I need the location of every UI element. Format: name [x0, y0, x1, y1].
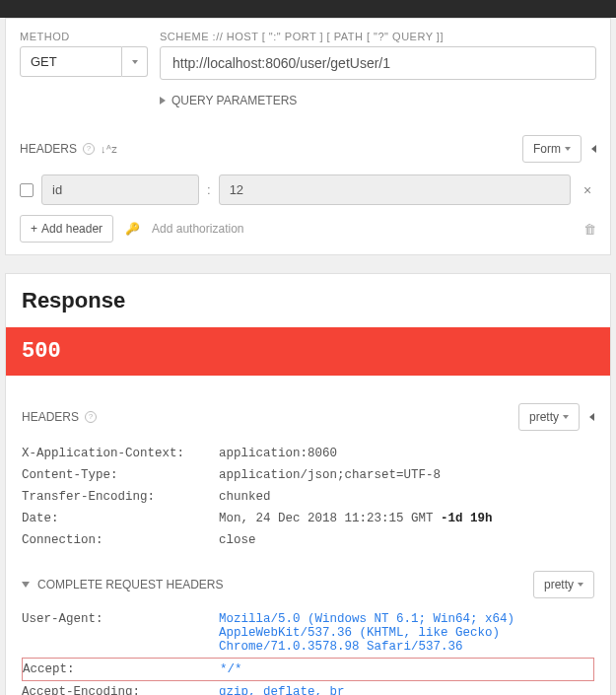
header-value: gzip, deflate, br	[219, 685, 594, 695]
help-icon[interactable]: ?	[85, 411, 97, 423]
header-key: Accept-Encoding:	[22, 685, 219, 695]
header-value: chunked	[219, 490, 594, 504]
colon: :	[207, 182, 211, 197]
header-row: Transfer-Encoding:chunked	[22, 486, 594, 508]
complete-request-headers-toggle[interactable]: COMPLETE REQUEST HEADERS	[22, 578, 223, 591]
request-headers-format-label: pretty	[544, 578, 574, 591]
add-auth-button[interactable]: Add authorization	[152, 222, 243, 236]
header-value: application/json;charset=UTF-8	[219, 468, 594, 482]
plus-icon: +	[31, 222, 37, 236]
method-dropdown-toggle[interactable]	[122, 46, 148, 77]
query-params-toggle[interactable]: QUERY PARAMETERS	[160, 94, 596, 107]
window-topbar	[0, 0, 616, 18]
method-value: GET	[20, 46, 122, 77]
method-label: METHOD	[20, 31, 148, 42]
headers-format-button[interactable]: Form	[522, 135, 582, 163]
status-code: 500	[6, 327, 610, 376]
header-row: Connection:close	[22, 529, 594, 551]
header-key: Connection:	[22, 533, 219, 547]
chevron-right-icon	[160, 97, 166, 104]
chevron-down-icon	[565, 147, 571, 151]
response-headers-table: X-Application-Context:application:8060Co…	[22, 443, 594, 551]
key-icon: 🔑	[125, 222, 140, 236]
header-key: X-Application-Context:	[22, 447, 219, 460]
sort-icon[interactable]: ↓ᴬᴢ	[101, 143, 117, 156]
header-row: Accept:*/*	[22, 658, 594, 681]
collapse-icon[interactable]	[589, 413, 594, 421]
header-row: Date:Mon, 24 Dec 2018 11:23:15 GMT -1d 1…	[22, 508, 594, 529]
header-value: application:8060	[219, 447, 594, 460]
chevron-down-icon	[578, 583, 583, 587]
header-key: Date:	[22, 512, 219, 525]
header-row: Accept-Encoding:gzip, deflate, br	[22, 681, 594, 695]
header-checkbox[interactable]	[20, 183, 34, 197]
response-format-button[interactable]: pretty	[518, 403, 580, 431]
header-key: Accept:	[23, 662, 220, 676]
header-value: */*	[220, 662, 593, 676]
collapse-icon[interactable]	[591, 145, 596, 153]
query-params-label: QUERY PARAMETERS	[171, 94, 297, 107]
headers-format-label: Form	[533, 142, 561, 156]
header-value: Mozilla/5.0 (Windows NT 6.1; Win64; x64)…	[219, 612, 594, 654]
request-headers-format-button[interactable]: pretty	[533, 571, 594, 598]
chevron-down-icon	[132, 60, 138, 64]
chevron-down-icon	[563, 415, 569, 419]
url-label: SCHEME :// HOST [ ":" PORT ] [ PATH [ "?…	[160, 31, 596, 42]
headers-label: HEADERS	[20, 142, 77, 156]
add-header-button[interactable]: + Add header	[20, 215, 113, 243]
complete-request-headers-label: COMPLETE REQUEST HEADERS	[37, 578, 223, 591]
header-row: X-Application-Context:application:8060	[22, 443, 594, 464]
url-input[interactable]	[160, 46, 596, 80]
request-panel: METHOD GET SCHEME :// HOST [ ":" PORT ] …	[5, 18, 611, 255]
header-row: id : 12 ×	[20, 174, 596, 205]
header-row: User-Agent:Mozilla/5.0 (Windows NT 6.1; …	[22, 608, 594, 658]
add-header-label: Add header	[41, 222, 103, 236]
response-headers-label: HEADERS	[22, 410, 79, 424]
method-select[interactable]: GET	[20, 46, 148, 77]
help-icon[interactable]: ?	[83, 143, 95, 155]
header-row: Content-Type:application/json;charset=UT…	[22, 464, 594, 486]
header-key: Transfer-Encoding:	[22, 490, 219, 504]
header-value: close	[219, 533, 594, 547]
header-value: Mon, 24 Dec 2018 11:23:15 GMT -1d 19h	[219, 512, 594, 525]
header-key: Content-Type:	[22, 468, 219, 482]
remove-header-icon[interactable]: ×	[579, 182, 596, 198]
response-panel: Response 500 HEADERS ? pretty X-Applicat…	[5, 273, 611, 695]
header-key: User-Agent:	[22, 612, 219, 654]
response-title: Response	[22, 288, 594, 313]
header-value-input[interactable]: 12	[219, 174, 571, 205]
request-headers-table: User-Agent:Mozilla/5.0 (Windows NT 6.1; …	[22, 608, 594, 695]
header-name-input[interactable]: id	[41, 174, 199, 205]
trash-icon[interactable]: 🗑	[583, 222, 596, 237]
chevron-down-icon	[22, 582, 30, 588]
response-format-label: pretty	[529, 410, 559, 424]
